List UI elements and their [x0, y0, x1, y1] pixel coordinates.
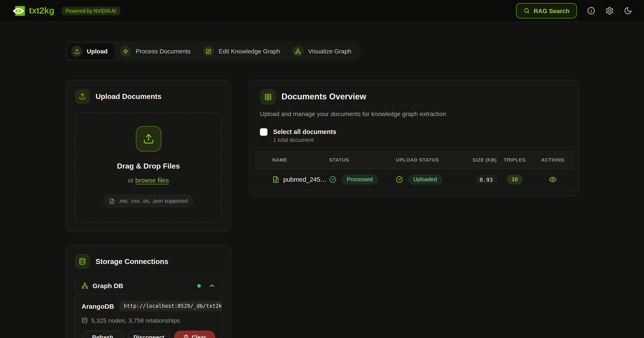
tab-process-documents[interactable]: Process Documents	[117, 43, 198, 59]
file-dropzone[interactable]: Drag & Drop Files or browse files .md, .…	[75, 113, 222, 223]
graph-db-actions: Refresh Disconnect Clear	[82, 331, 215, 338]
select-all-row: Select all documents 1 total document	[260, 128, 568, 143]
connected-status-dot	[197, 284, 201, 287]
provider-name: ArangoDB	[82, 302, 114, 310]
network-icon	[82, 282, 88, 289]
graph-db-body: ArangoDB http://localhost:8529/_db/txt2k…	[76, 295, 222, 338]
card-title: Upload Documents	[96, 92, 162, 101]
upload-icon	[75, 89, 90, 104]
documents-overview-card: Documents Overview Upload and manage you…	[249, 80, 579, 196]
tab-upload[interactable]: Upload	[68, 43, 115, 59]
gear-icon	[606, 6, 614, 15]
tab-edit-knowledge-graph[interactable]: Edit Knowledge Graph	[200, 43, 287, 59]
card-title: Documents Overview	[282, 92, 366, 102]
main-content: Upload Documents Drag & Drop Files or br…	[66, 80, 579, 338]
disconnect-button[interactable]: Disconnect	[128, 331, 170, 338]
supported-formats-badge: .md, .csv, .txt, .json supported	[103, 194, 194, 207]
table-row: pubmed_24552120.txt Processed	[255, 169, 573, 190]
document-name: pubmed_24552120.txt	[283, 176, 329, 183]
column-header-name: Name	[272, 157, 329, 163]
column-header-actions: Actions	[533, 157, 573, 163]
brand-title: txt2kg	[29, 6, 54, 16]
theme-toggle-button[interactable]	[624, 6, 632, 15]
or-text: or	[128, 177, 136, 184]
database-icon	[82, 318, 88, 324]
file-text-icon	[272, 176, 279, 183]
info-icon	[587, 6, 595, 15]
database-icon	[75, 254, 90, 269]
tab-label: Upload	[87, 48, 108, 55]
tab-bar: Upload Process Documents Edit Knowledge …	[66, 41, 360, 61]
chevron-up-icon[interactable]	[209, 282, 215, 289]
column-header-size: Size (KB)	[458, 157, 497, 163]
settings-button[interactable]	[606, 6, 614, 15]
brand: txt2kg Powered by NVIDIA AI	[12, 5, 120, 16]
nvidia-logo-icon	[12, 5, 25, 16]
clear-button[interactable]: Clear	[174, 331, 215, 338]
powered-by-badge: Powered by NVIDIA AI	[62, 6, 120, 15]
upload-icon	[136, 126, 161, 152]
tab-label: Visualize Graph	[308, 48, 351, 55]
storage-connections-card: Storage Connections Graph DB	[66, 245, 231, 338]
browse-files-link[interactable]: browse files	[135, 177, 169, 184]
graph-db-stats: 5,325 nodes, 3,758 relationships	[82, 317, 215, 324]
dropzone-subtitle: or browse files	[82, 177, 214, 184]
select-all-checkbox[interactable]	[260, 128, 268, 136]
edit-icon	[203, 45, 214, 57]
tab-visualize-graph[interactable]: Visualize Graph	[289, 43, 358, 59]
triples-badge: 10	[507, 175, 522, 184]
docs-card-header: Documents Overview	[260, 89, 568, 105]
info-button[interactable]	[587, 6, 595, 15]
size-value: 0.93	[476, 174, 497, 184]
total-documents-label: 1 total document	[273, 137, 336, 143]
upload-status-badge: Uploaded	[408, 174, 442, 185]
column-header-upload-status: Upload Status	[396, 157, 458, 163]
table-header-row: Name Status Upload Status Size (KB) Trip…	[255, 151, 573, 169]
txt2kg-app: txt2kg Powered by NVIDIA AI RAG Search	[0, 0, 644, 338]
select-all-label: Select all documents	[273, 128, 336, 135]
column-header-status: Status	[329, 157, 396, 163]
graph-db-panel: Graph DB ArangoDB http://localhost:8529/…	[75, 277, 222, 338]
refresh-button[interactable]: Refresh	[82, 331, 124, 338]
documents-table: Name Status Upload Status Size (KB) Trip…	[255, 151, 573, 190]
view-document-button[interactable]	[549, 175, 557, 183]
card-title: Storage Connections	[96, 257, 168, 266]
docs-card-subtitle: Upload and manage your documents for kno…	[260, 110, 568, 117]
header-actions: RAG Search	[516, 3, 632, 18]
check-circle-icon	[329, 176, 336, 183]
table-grid-icon	[260, 89, 276, 105]
column-header-triples: Triples	[497, 157, 533, 163]
app-header: txt2kg Powered by NVIDIA AI RAG Search	[0, 0, 644, 22]
storage-card-header: Storage Connections	[75, 254, 222, 269]
tab-label: Process Documents	[136, 48, 191, 55]
upload-documents-card: Upload Documents Drag & Drop Files or br…	[66, 80, 231, 232]
search-icon	[524, 7, 530, 14]
network-icon	[292, 45, 304, 57]
trash-icon	[183, 334, 189, 338]
eye-icon	[549, 175, 557, 183]
status-badge: Processed	[342, 174, 378, 185]
connection-url: http://localhost:8529/_db/txt2kg	[119, 301, 222, 311]
dropzone-title: Drag & Drop Files	[82, 162, 214, 171]
stats-text: 5,325 nodes, 3,758 relationships	[91, 317, 180, 324]
check-circle-icon	[396, 176, 403, 183]
upload-icon	[71, 45, 82, 57]
graph-db-header[interactable]: Graph DB	[76, 277, 222, 295]
upload-card-header: Upload Documents	[75, 89, 222, 104]
lightning-icon	[120, 45, 131, 57]
tab-label: Edit Knowledge Graph	[218, 48, 280, 55]
rag-search-button[interactable]: RAG Search	[516, 3, 577, 18]
moon-icon	[624, 6, 632, 15]
graph-db-title: Graph DB	[92, 282, 123, 289]
file-icon	[109, 198, 115, 204]
supported-formats-text: .md, .csv, .txt, .json supported	[118, 198, 188, 204]
